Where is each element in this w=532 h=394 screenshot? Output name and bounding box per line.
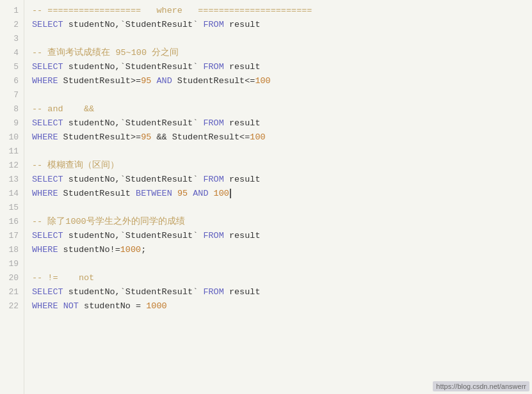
code-line: WHERE NOT studentNo = 1000 xyxy=(32,299,532,313)
line-number: 7 xyxy=(0,88,24,102)
token: -- 除了1000号学生之外的同学的成绩 xyxy=(32,217,185,226)
token: -- and && xyxy=(32,104,94,114)
line-number: 14 xyxy=(0,187,24,201)
token: `StudentResult` xyxy=(120,118,198,128)
line-number: 5 xyxy=(0,60,24,74)
token: -- != not xyxy=(32,273,94,283)
code-editor: 12345678910111213141516171819202122 -- =… xyxy=(0,0,532,394)
token xyxy=(58,301,63,311)
token: 95 xyxy=(141,132,151,142)
code-line: -- 模糊查询（区间） xyxy=(32,159,532,173)
line-number: 10 xyxy=(0,130,24,145)
token: 1000 xyxy=(120,245,141,255)
line-number: 3 xyxy=(0,32,24,46)
code-line: -- and && xyxy=(32,102,532,116)
token: 100 xyxy=(214,189,229,198)
watermark: https://blog.csdn.net/answerr xyxy=(433,381,529,391)
token: StudentResult>= xyxy=(58,132,141,142)
token: studentNo, xyxy=(63,287,120,297)
token: result xyxy=(224,62,261,72)
token: SELECT xyxy=(32,287,63,297)
line-number: 20 xyxy=(0,271,24,285)
token: FROM xyxy=(203,118,223,128)
text-cursor xyxy=(230,189,231,198)
token: FROM xyxy=(203,231,223,240)
token: SELECT xyxy=(32,118,63,128)
line-number: 6 xyxy=(0,74,24,88)
token: result xyxy=(224,231,261,240)
line-number: 12 xyxy=(0,159,24,173)
token: -- 查询考试成绩在 95~100 分之间 xyxy=(32,48,179,58)
token: `StudentResult` xyxy=(120,231,198,240)
token: studentNo, xyxy=(63,62,120,72)
token: WHERE xyxy=(32,301,58,311)
line-number: 15 xyxy=(0,201,24,215)
line-number: 22 xyxy=(0,299,24,313)
line-number: 13 xyxy=(0,173,24,187)
token: SELECT xyxy=(32,175,63,184)
code-line: -- != not xyxy=(32,271,532,285)
line-number: 21 xyxy=(0,285,24,299)
code-area: 12345678910111213141516171819202122 -- =… xyxy=(0,0,532,394)
token: SELECT xyxy=(32,20,63,29)
token: -- ================== where ============… xyxy=(32,6,312,15)
token: FROM xyxy=(203,62,223,72)
token: result xyxy=(224,175,261,184)
token: WHERE xyxy=(32,76,58,86)
code-line xyxy=(32,145,532,159)
token: 95 xyxy=(141,76,151,86)
line-number: 2 xyxy=(0,18,24,32)
token: studentNo!= xyxy=(58,245,120,255)
line-numbers: 12345678910111213141516171819202122 xyxy=(0,0,24,394)
token: 95 xyxy=(177,189,188,198)
code-content[interactable]: -- ================== where ============… xyxy=(24,0,532,394)
token: 100 xyxy=(250,132,265,142)
token: FROM xyxy=(203,287,223,297)
token: WHERE xyxy=(32,189,58,198)
line-number: 8 xyxy=(0,102,24,116)
code-line: SELECT studentNo,`StudentResult` FROM re… xyxy=(32,60,532,74)
code-line: WHERE StudentResult BETWEEN 95 AND 100 xyxy=(32,187,532,201)
token: `StudentResult` xyxy=(120,62,198,72)
line-number: 4 xyxy=(0,46,24,60)
token: -- 模糊查询（区间） xyxy=(32,161,119,170)
token: AND xyxy=(156,76,172,86)
token: FROM xyxy=(203,175,223,184)
code-line: SELECT studentNo,`StudentResult` FROM re… xyxy=(32,285,532,299)
code-line: SELECT studentNo,`StudentResult` FROM re… xyxy=(32,18,532,32)
token: 100 xyxy=(255,76,270,86)
code-line: SELECT studentNo,`StudentResult` FROM re… xyxy=(32,173,532,187)
token: && StudentResult<= xyxy=(151,132,250,142)
code-line: WHERE StudentResult>=95 AND StudentResul… xyxy=(32,74,532,88)
token: SELECT xyxy=(32,231,63,240)
token: AND xyxy=(193,189,208,198)
code-line: WHERE StudentResult>=95 && StudentResult… xyxy=(32,130,532,145)
code-line xyxy=(32,257,532,271)
token: 1000 xyxy=(146,301,166,311)
code-line: WHERE studentNo!=1000; xyxy=(32,243,532,257)
code-line: SELECT studentNo,`StudentResult` FROM re… xyxy=(32,116,532,130)
token: studentNo = xyxy=(79,301,146,311)
token: NOT xyxy=(63,301,79,311)
code-line xyxy=(32,201,532,215)
line-number: 11 xyxy=(0,145,24,159)
token: StudentResult<= xyxy=(172,76,255,86)
code-line: -- 查询考试成绩在 95~100 分之间 xyxy=(32,46,532,60)
line-number: 17 xyxy=(0,229,24,243)
token: `StudentResult` xyxy=(120,20,198,29)
token: ; xyxy=(141,245,146,255)
code-line: -- 除了1000号学生之外的同学的成绩 xyxy=(32,215,532,229)
code-line xyxy=(32,88,532,102)
token: result xyxy=(224,20,261,29)
line-number: 16 xyxy=(0,215,24,229)
token: studentNo, xyxy=(63,175,120,184)
token xyxy=(188,189,193,198)
token: studentNo, xyxy=(63,231,120,240)
code-line: SELECT studentNo,`StudentResult` FROM re… xyxy=(32,229,532,243)
token: StudentResult xyxy=(58,189,136,198)
token: result xyxy=(224,118,261,128)
token: `StudentResult` xyxy=(120,287,198,297)
token xyxy=(172,189,177,198)
token: studentNo, xyxy=(63,20,120,29)
line-number: 1 xyxy=(0,4,24,18)
